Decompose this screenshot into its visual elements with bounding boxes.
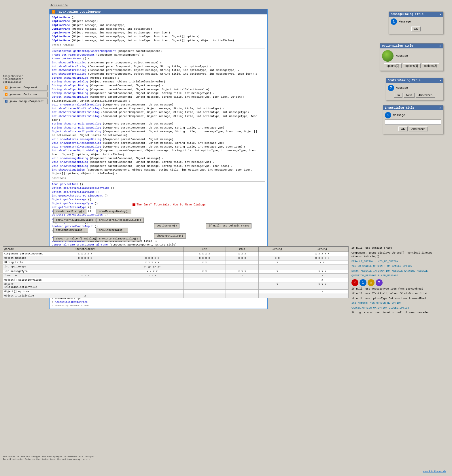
method-showMsg2[interactable]: void showMessageDialog (Component parent… (52, 160, 265, 164)
info-line-2: Component, Icon: display; Object[]: vert… (351, 251, 444, 259)
method-showInput4[interactable]: String showInputDialog (Component parent… (52, 88, 265, 91)
message-dialog-buttons: OK (391, 26, 441, 32)
message-dialog-message: Message (399, 20, 411, 23)
method-getFrame[interactable]: Frame getFrameForComponent (Component pa… (52, 53, 265, 57)
info-line-8: if null: use JTextField; else: JComboBox… (351, 292, 444, 296)
cell-message-c5: x x (258, 256, 296, 260)
method-showConfirm2[interactable]: int showConfirmDialog (Component parentC… (52, 65, 265, 68)
info-icon-button[interactable]: i (360, 279, 366, 286)
cell-message-c1: x x x x x (49, 256, 121, 260)
cell-selection-label: Object[] selectionValues (3, 278, 49, 282)
cell-initselection-c5: x (258, 282, 296, 290)
method-showInternalInput1[interactable]: String showInternalInputDialog (Componen… (52, 122, 265, 126)
table-header-params: params (3, 247, 49, 252)
cell-messagetype-c3: x x (183, 269, 226, 274)
option-dialog-content: Message options[0] options[1] options[2] (380, 48, 443, 71)
option-btn-2[interactable]: options[2] (422, 63, 439, 68)
method-showInternalMsg2[interactable]: void showInternalMessageDialog (Componen… (52, 141, 265, 145)
option-dialog-close[interactable]: ✕ (439, 44, 441, 48)
cell-initvalue-c4 (226, 294, 259, 298)
cell-title-c2: x x x x x (121, 260, 183, 265)
constructor-joptionpane-4[interactable]: JOptionPane (Object message, int message… (52, 31, 265, 35)
option-dialog-body: Message (382, 50, 441, 62)
option-btn-0[interactable]: options[0] (384, 63, 402, 68)
warning-icon-button[interactable]: ⚠ (368, 279, 375, 286)
ja-button[interactable]: Ja (394, 93, 402, 98)
constructor-joptionpane-3[interactable]: JOptionPane (Object message, int message… (52, 27, 265, 31)
hierarchy-item-container[interactable]: J java.awt Container (3, 92, 48, 97)
accessor-icon[interactable]: Icon get/setIcon () (52, 182, 265, 186)
table-row-icon: Icon icon x x x x x x x x (3, 274, 349, 278)
method-showInternalConfirm2[interactable]: int showInternalConfirmDialog (Component… (52, 107, 265, 110)
cell-messagetype-c1 (49, 269, 121, 274)
flow-box-showInputDialog2: showInputDialog() (154, 233, 186, 239)
error-icon-button[interactable]: ✕ (351, 279, 358, 286)
method-showInternalInput2[interactable]: String showInternalInputDialog (Componen… (52, 126, 265, 130)
method-showOption[interactable]: int showOptionDialog (Component parentCo… (52, 168, 265, 176)
method-showInternalMsg1[interactable]: void showInternalMessageDialog (Componen… (52, 137, 265, 141)
method-getRootFrame[interactable]: Frame getRootFrame () s (52, 57, 265, 61)
method-showConfirm4[interactable]: int showConfirmDialog (Component parentC… (52, 72, 265, 76)
confirm-dialog-close[interactable]: ✕ (439, 79, 441, 82)
cell-selection-c4 (226, 278, 259, 282)
nein-button[interactable]: Nein (404, 93, 415, 98)
message-dialog-close[interactable]: ✕ (439, 12, 441, 16)
constructor-joptionpane-2[interactable]: JOptionPane (Object message, int message… (52, 23, 265, 27)
input-dialog-field[interactable] (385, 120, 441, 125)
method-showMsg3[interactable]: void showMessageDialog (Component parent… (52, 164, 265, 168)
method-showMsg1[interactable]: void showMessageDialog (Component parent… (52, 156, 265, 160)
abbrechen-button[interactable]: Abbrechen (416, 93, 435, 98)
accessor-maxChar[interactable]: int getMaxCharacterPerLineCount () (52, 194, 265, 198)
method-showInput2[interactable]: String showInputDialog (Object message, … (52, 80, 265, 84)
method-showInternalMsg3[interactable]: void showInternalMessageDialog (Componen… (52, 145, 265, 149)
cell-title-c1 (49, 260, 121, 265)
input-dialog-close[interactable]: ✕ (439, 106, 441, 110)
method-showInternalConfirm1[interactable]: void showInternalConfirmDialog (Componen… (52, 103, 265, 107)
cell-title-c3: x x (183, 260, 226, 265)
option-btn-1[interactable]: options[1] (403, 63, 420, 68)
accessible-label: Accessible (50, 4, 68, 7)
constructor-joptionpane-5[interactable]: JOptionPane (Object message, int message… (52, 35, 265, 38)
constructor-joptionpane-6[interactable]: JOptionPane (Object message, int message… (52, 39, 265, 42)
method-showInput3[interactable]: String showInputDialog (Component parent… (52, 84, 265, 87)
method-showInternalConfirm3[interactable]: int showInternalConfirmDialog (Component… (52, 110, 265, 114)
hierarchy-item-jcomponent[interactable]: J javax.swing JComponent (3, 99, 48, 104)
question-icon-button[interactable]: ? (376, 279, 383, 286)
input-ok-button[interactable]: OK (398, 126, 408, 131)
flow-box-showInputDialog: showInputDialog() (97, 228, 128, 233)
method-showInput5[interactable]: String showInputDialog (Component parent… (52, 91, 265, 95)
info-line-9: if null: use optionType Buttons from Loo… (351, 297, 444, 301)
table-header-int-s: ints (121, 247, 183, 252)
method-showInternalOption[interactable]: int showInternalOptionDialog (Component … (52, 149, 265, 156)
tutorial-link[interactable]: The Java™ Tutorials: How to Make Dialogs (133, 203, 206, 206)
tutorial-link-text[interactable]: The Java™ Tutorials: How to Make Dialogs (137, 203, 206, 206)
cell-parent-c2 (121, 252, 183, 256)
method-showInternalConfirm4[interactable]: int showInternalConfirmDialog (Component… (52, 114, 265, 122)
input-abbrechen-button[interactable]: Abbrechen (409, 126, 428, 131)
constructor-joptionpane-0[interactable]: JOptionPane () (52, 16, 265, 19)
cell-optiontype-c3 (183, 265, 226, 269)
accessor-initialSelection[interactable]: Object get/setInitialSelectionValue () (52, 186, 265, 190)
method-showInput6[interactable]: Object showInputDialog (Component parent… (52, 95, 265, 103)
accessor-message[interactable]: Object get/setMessage () (52, 198, 265, 201)
accessor-initialValue[interactable]: Object get/setInitialValue () (52, 190, 265, 194)
method-showConfirm1[interactable]: int showConfirmDialog (Component parentC… (52, 61, 265, 65)
constructor-joptionpane-1[interactable]: JOptionPane (Object message) (52, 19, 265, 23)
hierarchy-item-component[interactable]: J java.awt Component (3, 85, 48, 90)
website-link[interactable]: www.kirikean.de (423, 470, 446, 473)
label-menucontainer: MenuContainer (3, 78, 48, 81)
method-showInput1[interactable]: String showInputDialog (Object message) … (52, 76, 265, 80)
info-line-12: String return: user input or null if use… (351, 311, 444, 315)
input-dialog-body: i Message (385, 112, 441, 118)
method-showInternalInput3[interactable]: Object showInternalInputDialog (Componen… (52, 130, 265, 137)
method-getDesktopPane[interactable]: JDesktopPane getDesktopPaneForComponent … (52, 49, 265, 53)
cell-icon-c5 (258, 274, 296, 278)
table-row-initialValue: Object initialValue x (3, 294, 349, 298)
cell-icon-label: Icon icon (3, 274, 49, 278)
confirm-dialog-message: Message (396, 86, 408, 90)
question-icon: ? (388, 85, 394, 91)
ok-button[interactable]: OK (411, 27, 421, 31)
method-showConfirm3[interactable]: int showConfirmDialog (Component parentC… (52, 68, 265, 72)
panel-title-bar: J javax.swing JOptionPane (50, 9, 267, 14)
cell-initselection-c4 (226, 282, 259, 290)
